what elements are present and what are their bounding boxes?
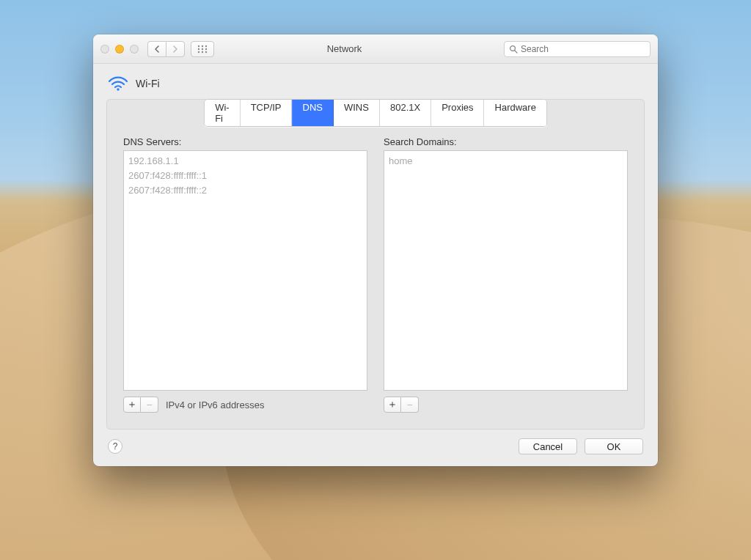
svg-point-11 [117, 88, 119, 90]
content-area: Wi-Fi Wi-FiTCP/IPDNSWINS802.1XProxiesHar… [93, 64, 658, 466]
search-domains-label: Search Domains: [384, 136, 628, 147]
close-window-button[interactable] [100, 45, 109, 54]
zoom-window-button[interactable] [130, 45, 139, 54]
tab-proxies[interactable]: Proxies [431, 100, 484, 126]
tab-bar: Wi-FiTCP/IPDNSWINS802.1XProxiesHardware [204, 99, 547, 127]
search-domains-column: Search Domains: home ＋ − [384, 136, 628, 413]
page-title: Wi-Fi [136, 78, 160, 89]
ok-button[interactable]: OK [585, 438, 643, 454]
domains-add-remove: ＋ − [384, 397, 419, 413]
dns-servers-list[interactable]: 192.168.1.12607:f428:ffff:ffff::12607:f4… [123, 150, 367, 391]
dns-servers-label: DNS Servers: [123, 136, 367, 147]
tab-wi-fi[interactable]: Wi-Fi [205, 100, 241, 126]
tab-wins[interactable]: WINS [334, 100, 380, 126]
tab-hardware[interactable]: Hardware [485, 100, 546, 126]
dns-add-remove: ＋ − [123, 397, 158, 413]
list-item[interactable]: 2607:f428:ffff:ffff::2 [128, 183, 362, 198]
nav-buttons [147, 41, 185, 57]
help-button[interactable]: ? [108, 439, 122, 454]
back-button[interactable] [147, 41, 166, 57]
footer: ? Cancel OK [106, 430, 645, 454]
list-item[interactable]: 192.168.1.1 [128, 154, 362, 169]
list-item[interactable]: home [389, 154, 623, 169]
domains-remove-button[interactable]: − [401, 397, 419, 413]
dns-add-button[interactable]: ＋ [123, 397, 141, 413]
dns-remove-button[interactable]: − [141, 397, 158, 413]
window-controls [100, 45, 139, 54]
search-input[interactable] [521, 44, 645, 54]
domains-add-button[interactable]: ＋ [384, 397, 401, 413]
wifi-icon [108, 75, 128, 92]
window-title: Network [191, 43, 498, 54]
page-header: Wi-Fi [106, 74, 645, 99]
preferences-window: Network Wi-Fi Wi-FiTCP/IPDNSWINS802.1XPr… [93, 34, 658, 466]
cancel-button[interactable]: Cancel [519, 438, 577, 454]
tab-tcp-ip[interactable]: TCP/IP [241, 100, 293, 126]
tab-dns[interactable]: DNS [293, 100, 334, 126]
chevron-left-icon [154, 45, 160, 53]
svg-line-10 [515, 50, 517, 52]
search-icon [509, 45, 518, 54]
search-domains-list[interactable]: home [384, 150, 628, 391]
chevron-right-icon [172, 45, 178, 53]
tab-802-1x[interactable]: 802.1X [380, 100, 431, 126]
main-panel: Wi-FiTCP/IPDNSWINS802.1XProxiesHardware … [106, 99, 645, 430]
minimize-window-button[interactable] [115, 45, 124, 54]
dns-hint: IPv4 or IPv6 addresses [166, 399, 264, 410]
titlebar: Network [93, 34, 658, 64]
search-field[interactable] [504, 41, 651, 57]
dns-servers-column: DNS Servers: 192.168.1.12607:f428:ffff:f… [123, 136, 367, 413]
forward-button[interactable] [166, 41, 185, 57]
list-item[interactable]: 2607:f428:ffff:ffff::1 [128, 169, 362, 183]
